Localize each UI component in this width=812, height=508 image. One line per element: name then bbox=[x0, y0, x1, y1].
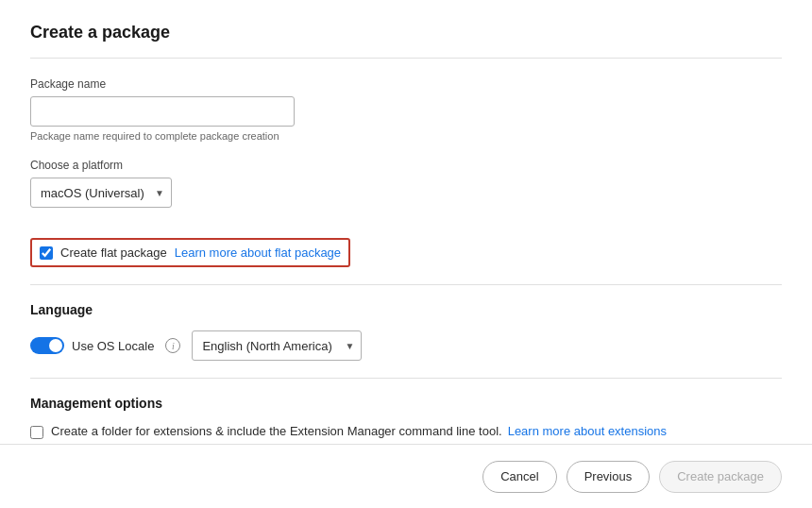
os-locale-info-icon: i bbox=[165, 338, 180, 353]
footer-bar: Cancel Previous Create package bbox=[0, 444, 812, 508]
extensions-checkbox[interactable] bbox=[30, 426, 43, 439]
os-locale-label: Use OS Locale bbox=[72, 339, 154, 353]
package-name-label: Package name bbox=[30, 77, 782, 91]
platform-select-container: macOS (Universal) Windows (64 bit) Windo… bbox=[30, 178, 172, 208]
extensions-option-text: Create a folder for extensions & include… bbox=[51, 424, 782, 438]
management-divider bbox=[30, 378, 782, 379]
toggle-container: Use OS Locale bbox=[30, 337, 154, 354]
toggle-slider bbox=[30, 337, 64, 354]
platform-label: Choose a platform bbox=[30, 159, 782, 172]
package-name-section: Package name Package name required to co… bbox=[30, 77, 782, 142]
extensions-option: Create a folder for extensions & include… bbox=[30, 424, 782, 439]
package-name-input[interactable] bbox=[30, 96, 295, 127]
language-row: Use OS Locale i English (North America) … bbox=[30, 330, 782, 361]
title-divider bbox=[30, 58, 782, 59]
page-title: Create a package bbox=[30, 23, 782, 42]
platform-section: Choose a platform macOS (Universal) Wind… bbox=[30, 159, 782, 208]
page-container: Create a package Package name Package na… bbox=[0, 0, 812, 508]
extensions-label: Create a folder for extensions & include… bbox=[51, 424, 782, 438]
platform-select[interactable]: macOS (Universal) Windows (64 bit) Windo… bbox=[30, 178, 172, 208]
language-select-container: English (North America) French (France) … bbox=[192, 330, 362, 361]
flat-package-section: Create flat package Learn more about fla… bbox=[30, 225, 782, 267]
flat-package-checkbox[interactable] bbox=[40, 246, 53, 260]
title-section: Create a package bbox=[30, 23, 782, 59]
language-section: Language Use OS Locale i English (North … bbox=[30, 302, 782, 361]
content-area: Create a package Package name Package na… bbox=[0, 0, 812, 508]
create-package-button: Create package bbox=[659, 461, 782, 493]
previous-button[interactable]: Previous bbox=[567, 461, 651, 493]
extensions-learn-more-link[interactable]: Learn more about extensions bbox=[508, 424, 667, 438]
flat-package-learn-more-link[interactable]: Learn more about flat package bbox=[175, 246, 341, 260]
cancel-button[interactable]: Cancel bbox=[482, 461, 556, 493]
language-heading: Language bbox=[30, 302, 782, 317]
flat-package-row: Create flat package Learn more about fla… bbox=[30, 238, 350, 267]
os-locale-toggle[interactable] bbox=[30, 337, 64, 354]
language-select[interactable]: English (North America) French (France) … bbox=[192, 330, 362, 361]
flat-package-label: Create flat package bbox=[60, 246, 167, 260]
language-divider bbox=[30, 284, 782, 285]
management-options-heading: Management options bbox=[30, 396, 782, 411]
package-name-hint: Package name required to complete packag… bbox=[30, 130, 782, 142]
